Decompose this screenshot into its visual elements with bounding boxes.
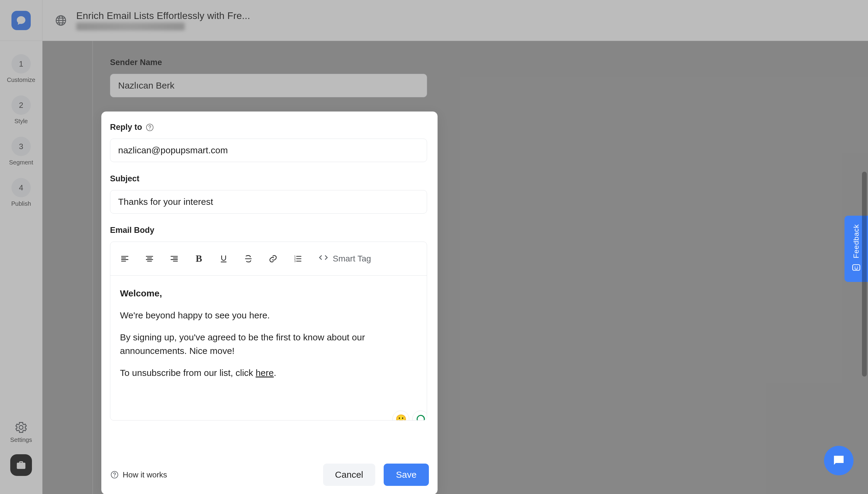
svg-text:3: 3 (294, 259, 296, 262)
emoji-picker-button[interactable]: 😀 (392, 411, 409, 420)
rail-briefcase-button[interactable] (10, 454, 32, 476)
logo-cell (0, 0, 42, 41)
email-body-block: Email Body B 123 Smart Tag Welcome, We'r… (110, 226, 429, 420)
svg-point-3 (149, 129, 150, 130)
chat-launcher[interactable] (824, 446, 853, 475)
rail-step-number: 3 (12, 137, 31, 156)
editor-toolbar: B 123 Smart Tag (110, 242, 427, 276)
align-left-icon[interactable] (119, 253, 131, 265)
body-paragraph-1: We're beyond happy to see you here. (120, 308, 417, 322)
subject-block: Subject (110, 174, 429, 213)
reply-to-label: Reply to (110, 122, 142, 132)
link-icon[interactable] (267, 253, 279, 265)
svg-point-9 (114, 476, 115, 477)
reply-to-input[interactable] (110, 138, 427, 162)
rail-step-style[interactable]: 2 Style (12, 95, 31, 125)
ordered-list-icon[interactable]: 123 (292, 253, 304, 265)
sender-name-block: Sender Name (110, 58, 818, 97)
body-paragraph-2: By signing up, you've agreed to be the f… (120, 330, 417, 358)
rail-step-label: Style (15, 118, 28, 125)
rich-text-editor: B 123 Smart Tag Welcome, We're beyond ha… (110, 242, 427, 420)
subject-label: Subject (110, 174, 429, 184)
email-body-label: Email Body (110, 226, 429, 235)
briefcase-icon (15, 459, 27, 471)
feedback-label: Feedback (852, 224, 861, 258)
rail-step-publish[interactable]: 4 Publish (11, 178, 31, 207)
gear-icon (15, 421, 28, 434)
rail-step-customize[interactable]: 1 Customize (7, 54, 35, 83)
underline-icon[interactable] (218, 253, 230, 265)
body-p3-text: To unsubscribe from our list, click (120, 368, 256, 378)
rail-step-segment[interactable]: 3 Segment (9, 137, 33, 166)
globe-icon (55, 14, 67, 27)
smart-tag-button[interactable]: Smart Tag (318, 252, 371, 265)
app-logo[interactable] (12, 11, 31, 30)
top-bar: Enrich Email Lists Effortlessly with Fre… (0, 0, 868, 41)
rail-step-number: 2 (12, 95, 31, 115)
reply-to-block: Reply to (110, 122, 429, 162)
rail-step-number: 1 (12, 54, 31, 74)
rail-step-label: Publish (11, 200, 31, 207)
align-right-icon[interactable] (168, 253, 180, 265)
rail-step-number: 4 (12, 178, 31, 197)
smart-tag-label: Smart Tag (333, 254, 371, 264)
sender-name-label: Sender Name (110, 58, 818, 67)
email-editor-dialog: Reply to Subject Email Body B 123 (101, 111, 438, 494)
dialog-footer: How it works Cancel Save (110, 456, 429, 486)
page-title: Enrich Email Lists Effortlessly with Fre… (76, 10, 250, 21)
editor-content[interactable]: Welcome, We're beyond happy to see you h… (110, 276, 427, 420)
save-button[interactable]: Save (384, 463, 429, 486)
help-icon[interactable] (145, 123, 154, 132)
body-paragraph-3: To unsubscribe from our list, click here… (120, 366, 417, 380)
align-center-icon[interactable] (144, 253, 155, 265)
how-it-works-label: How it works (123, 470, 167, 479)
chat-icon (832, 453, 846, 468)
svg-point-11 (854, 267, 855, 267)
rail-step-label: Segment (9, 159, 33, 166)
rail-step-label: Customize (7, 77, 35, 83)
cancel-button[interactable]: Cancel (323, 463, 375, 486)
sender-name-input[interactable] (110, 74, 427, 97)
svg-point-12 (857, 267, 858, 267)
code-icon (318, 252, 329, 265)
grammar-check-button[interactable] (412, 411, 427, 420)
subject-input[interactable] (110, 190, 427, 213)
unsubscribe-link[interactable]: here (256, 368, 274, 378)
left-rail: 1 Customize 2 Style 3 Segment 4 Publish … (0, 41, 42, 494)
bold-icon[interactable]: B (193, 253, 205, 265)
rail-settings-label: Settings (10, 436, 32, 443)
rail-settings[interactable]: Settings (10, 421, 32, 443)
chat-bubble-icon (15, 15, 27, 26)
strikethrough-icon[interactable] (242, 253, 254, 265)
page-subtitle-blurred (76, 23, 185, 31)
how-it-works-link[interactable]: How it works (110, 470, 167, 479)
scrollbar-thumb[interactable] (862, 172, 867, 377)
body-welcome: Welcome, (120, 286, 417, 300)
smile-icon (851, 263, 861, 273)
body-p3-suffix: . (274, 368, 276, 378)
